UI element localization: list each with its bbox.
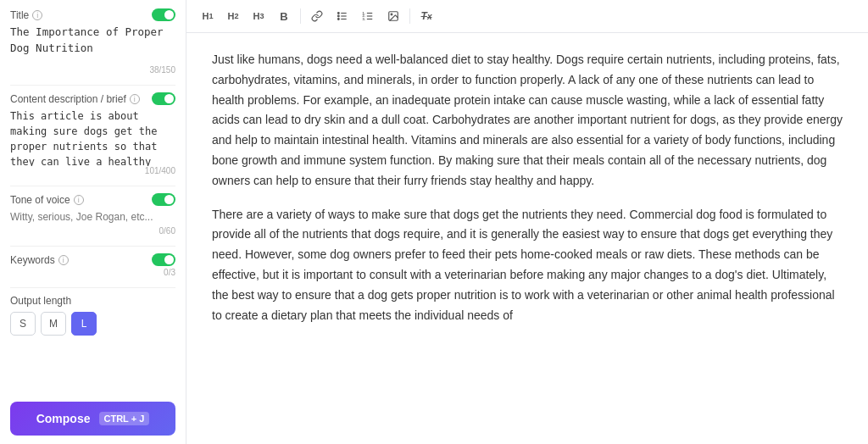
image-button[interactable] [382,5,404,27]
tone-label: Tone of voice i [10,194,84,206]
ordered-list-button[interactable]: 1. 2. 3. [357,5,379,27]
bold-button[interactable]: B [273,5,295,27]
keywords-label: Keywords i [10,254,69,266]
left-panel: Title i The Importance of Proper Dog Nut… [0,0,186,444]
h2-button[interactable]: H2 [222,5,244,27]
toolbar-divider-2 [409,8,410,24]
right-panel: H1 H2 H3 B 1. 2. 3. [186,0,868,444]
svg-point-5 [337,19,339,20]
link-button[interactable] [306,5,328,27]
tone-char-count: 0/60 [10,226,175,236]
editor-content[interactable]: Just like humans, dogs need a well-balan… [186,33,868,444]
divider-4 [10,287,175,288]
title-input[interactable]: The Importance of Proper Dog Nutrition [10,23,175,65]
h1-button[interactable]: H1 [197,5,219,27]
tone-input[interactable] [10,208,175,226]
size-l-button[interactable]: L [71,312,97,336]
editor-paragraph-1: Just like humans, dogs need a well-balan… [212,50,843,191]
title-field-header: Title i [10,8,175,21]
title-char-count: 38/150 [10,65,175,75]
svg-text:3.: 3. [363,17,365,21]
desc-char-count: 101/400 [10,166,175,175]
keywords-char-count: 0/3 [10,268,175,277]
compose-button[interactable]: Compose CTRL + J [10,402,175,436]
compose-label: Compose [36,412,91,425]
size-s-button[interactable]: S [10,312,36,336]
divider-3 [10,246,175,247]
desc-field-header: Content description / brief i [10,92,175,105]
desc-info-icon[interactable]: i [130,94,140,104]
svg-point-4 [337,15,339,17]
keywords-toggle[interactable] [152,253,175,266]
divider-2 [10,186,175,186]
clear-format-button[interactable]: Tx [415,5,437,27]
title-info-icon[interactable]: i [32,10,42,20]
compose-shortcut: CTRL + J [99,412,150,425]
keywords-info-icon[interactable]: i [58,255,69,265]
size-m-button[interactable]: M [41,312,66,336]
desc-toggle[interactable] [152,92,175,105]
title-label: Title i [10,9,42,21]
unordered-list-button[interactable] [331,5,353,27]
tone-field-header: Tone of voice i [10,193,175,206]
tone-info-icon[interactable]: i [74,195,84,205]
tone-toggle[interactable] [152,193,175,206]
size-buttons-group: S M L [10,312,175,336]
keywords-field-header: Keywords i [10,253,175,266]
toolbar-divider-1 [300,8,301,24]
desc-input[interactable]: This article is about making sure dogs g… [10,107,175,166]
desc-label: Content description / brief i [10,93,140,105]
svg-point-3 [337,13,339,14]
output-length-label: Output length [10,295,175,307]
editor-toolbar: H1 H2 H3 B 1. 2. 3. [186,0,868,33]
divider-1 [10,85,175,86]
editor-paragraph-2: There are a variety of ways to make sure… [212,205,843,326]
h3-button[interactable]: H3 [248,5,270,27]
title-toggle[interactable] [152,8,175,21]
svg-point-13 [391,14,392,15]
